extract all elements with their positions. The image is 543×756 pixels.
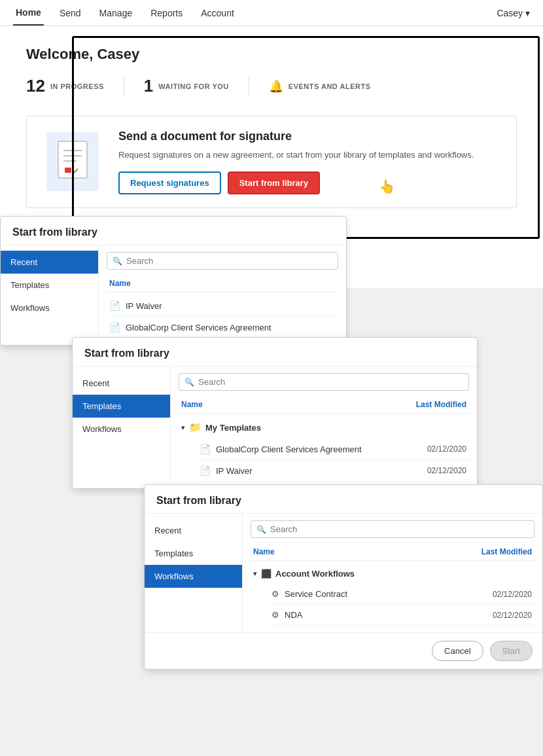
file-date: 02/12/2020 xyxy=(493,590,532,599)
stats-bar: 12 IN PROGRESS 1 WAITING FOR YOU 🔔 EVENT… xyxy=(26,76,517,96)
send-doc-title: Send a document for signature xyxy=(118,130,497,143)
folder-name-3: Account Workflows xyxy=(275,569,355,579)
stat-in-progress: 12 IN PROGRESS xyxy=(26,76,124,96)
col-modified-2: Last Modified xyxy=(416,400,466,409)
list-item: ⚙ Service Contract 02/12/2020 xyxy=(269,584,534,605)
user-name: Casey ▾ xyxy=(497,8,530,18)
col-name-3: Name xyxy=(253,547,275,556)
send-doc-desc: Request signatures on a new agreement, o… xyxy=(118,149,497,162)
nav-links: Home Send Manage Reports Account xyxy=(13,0,237,26)
sidebar-templates-3[interactable]: Templates xyxy=(145,542,242,565)
bell-icon: 🔔 xyxy=(269,79,283,94)
col-headers-1: Name xyxy=(107,276,338,293)
start-button[interactable]: Start xyxy=(490,641,533,661)
list-item: 📄 IP Waiver 02/12/2020 xyxy=(197,460,469,482)
search-input-2[interactable] xyxy=(198,377,463,387)
search-box-1: 🔍 xyxy=(107,252,338,270)
library-panel2-sidebar: Recent Templates Workflows xyxy=(73,367,171,488)
nav-home[interactable]: Home xyxy=(13,0,44,26)
folder-name-2: My Templates xyxy=(205,423,261,433)
search-box-3: 🔍 xyxy=(251,520,534,538)
sidebar-workflows-2[interactable]: Workflows xyxy=(73,418,170,441)
col-headers-2: Name Last Modified xyxy=(179,397,469,414)
nav-manage[interactable]: Manage xyxy=(97,0,135,26)
library-panel-templates: Start from library Recent Templates Work… xyxy=(72,337,478,489)
library-panel1-sidebar: Recent Templates Workflows xyxy=(1,245,99,345)
col-name-1: Name xyxy=(109,279,131,288)
search-input-3[interactable] xyxy=(270,524,529,534)
search-icon-2: 🔍 xyxy=(184,378,194,387)
library-panel1-title: Start from library xyxy=(1,217,346,245)
top-nav: Home Send Manage Reports Account Casey ▾ xyxy=(0,0,543,26)
sidebar-templates-2[interactable]: Templates xyxy=(73,395,170,418)
library-panel3-sidebar: Recent Templates Workflows xyxy=(145,514,243,632)
library-panel3-body: Recent Templates Workflows 🔍 Name Last M… xyxy=(145,514,542,632)
col-name-2: Name xyxy=(181,400,203,409)
sidebar-recent-1[interactable]: Recent xyxy=(1,251,98,274)
library-panel2-body: Recent Templates Workflows 🔍 Name Last M… xyxy=(73,367,477,488)
workflow-icon-2: ⚙ xyxy=(272,610,279,620)
stat-events: 🔔 EVENTS AND ALERTS xyxy=(269,79,391,94)
nav-reports[interactable]: Reports xyxy=(148,0,185,26)
stat-waiting: 1 WAITING FOR YOU xyxy=(144,76,249,96)
panel3-footer: Cancel Start xyxy=(145,632,542,669)
file-icon: 📄 xyxy=(200,444,211,454)
file-icon: 📄 xyxy=(109,322,120,333)
file-icon: 📄 xyxy=(200,465,211,476)
sidebar-workflows-1[interactable]: Workflows xyxy=(1,297,98,319)
file-name: IP Waiver xyxy=(126,301,336,311)
library-panel-recent: Start from library Recent Templates Work… xyxy=(0,216,347,346)
stat-inprogress-number: 12 xyxy=(26,76,45,96)
stat-events-label: EVENTS AND ALERTS xyxy=(289,82,371,90)
search-icon-3: 🔍 xyxy=(256,525,266,534)
library-panel1-body: Recent Templates Workflows 🔍 Name 📄 IP W… xyxy=(1,245,346,345)
col-headers-3: Name Last Modified xyxy=(251,545,534,561)
user-menu[interactable]: Casey ▾ xyxy=(497,8,530,18)
stat-waiting-label: WAITING FOR YOU xyxy=(158,82,229,90)
file-date: 02/12/2020 xyxy=(493,611,532,620)
search-input-1[interactable] xyxy=(126,256,332,266)
indented-rows-3: ⚙ Service Contract 02/12/2020 ⚙ NDA 02/1… xyxy=(251,584,534,626)
indented-rows-2: 📄 GlobalCorp Client Services Agreement 0… xyxy=(179,439,469,482)
folder-arrow-icon: ▾ xyxy=(181,423,185,432)
cancel-button[interactable]: Cancel xyxy=(432,641,483,661)
cursor-icon: 👆 xyxy=(379,179,395,194)
welcome-title: Welcome, Casey xyxy=(26,46,517,63)
doc-illustration xyxy=(46,132,99,191)
list-item: 📄 GlobalCorp Client Services Agreement xyxy=(107,317,338,338)
file-name: NDA xyxy=(285,610,487,620)
list-item: 📄 GlobalCorp Client Services Agreement 0… xyxy=(197,439,469,460)
list-item: 📄 IP Waiver xyxy=(107,295,338,317)
sidebar-workflows-3[interactable]: Workflows xyxy=(145,565,242,588)
sidebar-templates-1[interactable]: Templates xyxy=(1,274,98,297)
folder-row-3: ▾ ⬛ Account Workflows xyxy=(251,564,534,584)
library-panel2-title: Start from library xyxy=(73,338,477,367)
folder-arrow-icon-3: ▾ xyxy=(253,569,257,578)
library-panel3-title: Start from library xyxy=(145,485,542,514)
file-icon: 📄 xyxy=(109,300,120,311)
stat-inprogress-label: IN PROGRESS xyxy=(50,82,104,90)
send-doc-card: Send a document for signature Request si… xyxy=(26,116,517,208)
file-name: IP Waiver xyxy=(216,466,422,476)
file-name: GlobalCorp Client Services Agreement xyxy=(216,444,422,454)
sidebar-recent-3[interactable]: Recent xyxy=(145,519,242,542)
sidebar-recent-2[interactable]: Recent xyxy=(73,372,170,395)
file-name: Service Contract xyxy=(285,589,487,599)
col-modified-3: Last Modified xyxy=(482,547,532,556)
library-panel1-main: 🔍 Name 📄 IP Waiver 📄 GlobalCorp Client S… xyxy=(99,245,346,345)
start-from-library-button[interactable]: Start from library xyxy=(228,171,320,194)
nav-send[interactable]: Send xyxy=(57,0,84,26)
workflow-icon-1: ⚙ xyxy=(272,589,279,599)
send-doc-actions: Request signatures Start from library xyxy=(118,171,497,194)
request-signatures-button[interactable]: Request signatures xyxy=(118,171,221,194)
stat-waiting-number: 1 xyxy=(144,76,153,96)
library-panel2-main: 🔍 Name Last Modified ▾ 📁 My Templates 📄 … xyxy=(171,367,477,488)
folder-row-2: ▾ 📁 My Templates xyxy=(179,416,469,439)
search-box-2: 🔍 xyxy=(179,373,469,391)
send-doc-text: Send a document for signature Request si… xyxy=(118,130,497,194)
file-name: GlobalCorp Client Services Agreement xyxy=(126,323,336,333)
svg-rect-0 xyxy=(58,141,87,178)
file-date: 02/12/2020 xyxy=(427,444,466,454)
library-panel3-main: 🔍 Name Last Modified ▾ ⬛ Account Workflo… xyxy=(243,514,542,632)
nav-account[interactable]: Account xyxy=(198,0,237,26)
